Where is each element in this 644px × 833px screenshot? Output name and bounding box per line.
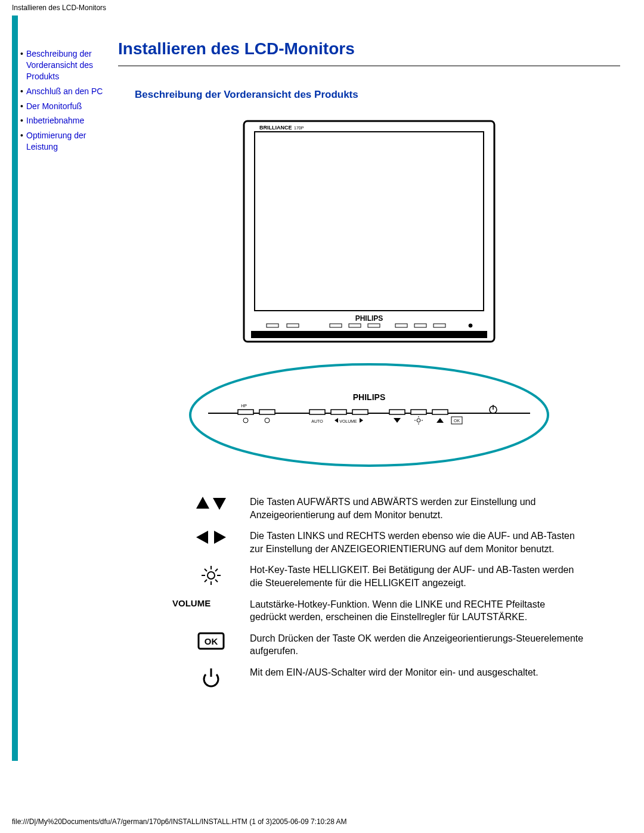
svg-rect-5 bbox=[349, 324, 361, 327]
sidebar-item-optimize[interactable]: Optimierung der Leistung bbox=[20, 130, 104, 153]
button-legend: Die Tasten AUFWÄRTS und ABWÄRTS werden z… bbox=[154, 496, 584, 688]
panel-label-volume: VOLUME bbox=[339, 419, 357, 423]
legend-row-updown: Die Tasten AUFWÄRTS und ABWÄRTS werden z… bbox=[154, 496, 584, 521]
svg-rect-3 bbox=[287, 324, 299, 327]
brand-label: PHILIPS bbox=[355, 314, 383, 323]
svg-rect-19 bbox=[389, 410, 405, 414]
svg-line-47 bbox=[215, 580, 218, 582]
up-down-icon bbox=[154, 496, 250, 511]
zoom-brand-label: PHILIPS bbox=[353, 392, 385, 402]
svg-marker-29 bbox=[394, 418, 401, 423]
svg-marker-40 bbox=[196, 531, 208, 544]
sidebar-nav: Beschreibung der Vorderansicht des Produ… bbox=[18, 16, 106, 156]
svg-marker-27 bbox=[335, 418, 338, 423]
brightness-icon bbox=[154, 563, 250, 587]
svg-marker-38 bbox=[196, 497, 209, 509]
svg-text:OK: OK bbox=[205, 636, 218, 646]
legend-text: Die Tasten AUFWÄRTS und ABWÄRTS werden z… bbox=[250, 496, 584, 521]
sidebar-link[interactable]: Beschreibung der Vorderansicht des Produ… bbox=[26, 48, 104, 82]
sidebar-item-startup[interactable]: Inbetriebnahme bbox=[20, 115, 104, 126]
svg-line-49 bbox=[215, 569, 218, 571]
browser-title: Installieren des LCD-Monitors bbox=[0, 0, 644, 16]
svg-marker-35 bbox=[436, 418, 444, 423]
svg-rect-16 bbox=[309, 410, 325, 414]
svg-rect-7 bbox=[395, 324, 407, 327]
svg-rect-4 bbox=[330, 324, 342, 327]
svg-point-10 bbox=[469, 324, 472, 327]
svg-rect-6 bbox=[368, 324, 380, 327]
svg-rect-1 bbox=[255, 132, 484, 311]
legend-text: Die Tasten LINKS und RECHTS werden ebens… bbox=[250, 529, 584, 555]
left-right-icon bbox=[154, 529, 250, 545]
legend-row-volume: VOLUME Lautstärke-Hotkey-Funktion. Wenn … bbox=[154, 598, 584, 624]
svg-line-48 bbox=[205, 580, 207, 582]
svg-marker-28 bbox=[360, 418, 363, 423]
legend-text: Hot-Key-Taste HELLIGKEIT. Bei Betätigung… bbox=[250, 563, 584, 589]
sidebar-link[interactable]: Der Monitorfuß bbox=[26, 101, 82, 112]
accent-bar bbox=[12, 16, 18, 761]
svg-point-24 bbox=[243, 418, 248, 423]
monitor-front-figure: BRILLIANCE 170P PHILIPS bbox=[118, 115, 620, 348]
bezel-model-label: BRILLIANCE bbox=[259, 125, 292, 131]
legend-row-power: Mit dem EIN-/AUS-Schalter wird der Monit… bbox=[154, 666, 584, 688]
svg-rect-17 bbox=[331, 410, 346, 414]
ok-icon: OK bbox=[154, 632, 250, 650]
legend-text: Mit dem EIN-/AUS-Schalter wird der Monit… bbox=[250, 666, 584, 679]
button-panel-zoom: PHILIPS bbox=[118, 358, 620, 472]
svg-rect-2 bbox=[267, 324, 278, 327]
page-title: Installieren des LCD-Monitors bbox=[118, 39, 620, 58]
svg-rect-14 bbox=[238, 410, 253, 414]
section-heading: Beschreibung der Vorderansicht des Produ… bbox=[135, 89, 620, 101]
sidebar-item-front-desc[interactable]: Beschreibung der Vorderansicht des Produ… bbox=[20, 48, 104, 82]
sidebar-item-pc-connect[interactable]: Anschluß an den PC bbox=[20, 86, 104, 97]
svg-rect-21 bbox=[432, 410, 448, 414]
title-divider bbox=[118, 66, 620, 66]
sidebar-link[interactable]: Anschluß an den PC bbox=[26, 86, 103, 97]
bezel-model-suffix: 170P bbox=[294, 126, 304, 130]
main-content: Installieren des LCD-Monitors Beschreibu… bbox=[106, 16, 644, 696]
svg-point-25 bbox=[265, 418, 270, 423]
svg-rect-8 bbox=[414, 324, 426, 327]
svg-rect-11 bbox=[251, 331, 487, 338]
volume-label-icon: VOLUME bbox=[154, 598, 250, 608]
svg-marker-41 bbox=[214, 531, 226, 544]
legend-row-brightness: Hot-Key-Taste HELLIGKEIT. Bei Betätigung… bbox=[154, 563, 584, 589]
legend-row-ok: OK Durch Drücken der Taste OK werden die… bbox=[154, 632, 584, 658]
volume-label: VOLUME bbox=[172, 598, 210, 608]
svg-rect-15 bbox=[259, 410, 275, 414]
power-icon bbox=[154, 666, 250, 688]
panel-label-auto: AUTO bbox=[311, 419, 323, 423]
sidebar-link[interactable]: Inbetriebnahme bbox=[26, 115, 84, 126]
legend-row-leftright: Die Tasten LINKS und RECHTS werden ebens… bbox=[154, 529, 584, 555]
svg-line-50 bbox=[205, 569, 207, 571]
svg-rect-9 bbox=[434, 324, 445, 327]
svg-rect-20 bbox=[411, 410, 426, 414]
svg-point-42 bbox=[208, 572, 215, 579]
svg-rect-18 bbox=[352, 410, 368, 414]
legend-text: Lautstärke-Hotkey-Funktion. Wenn die LIN… bbox=[250, 598, 584, 624]
footer-file-path: file:///D|/My%20Documents/dfu/A7/german/… bbox=[12, 817, 347, 826]
svg-point-30 bbox=[417, 419, 420, 422]
svg-text:OK: OK bbox=[454, 419, 460, 423]
sidebar-item-stand[interactable]: Der Monitorfuß bbox=[20, 101, 104, 112]
svg-point-12 bbox=[190, 364, 548, 466]
svg-text:HP: HP bbox=[241, 404, 247, 408]
legend-text: Durch Drücken der Taste OK werden die An… bbox=[250, 632, 584, 658]
sidebar-link[interactable]: Optimierung der Leistung bbox=[26, 130, 104, 153]
svg-marker-39 bbox=[213, 498, 226, 510]
